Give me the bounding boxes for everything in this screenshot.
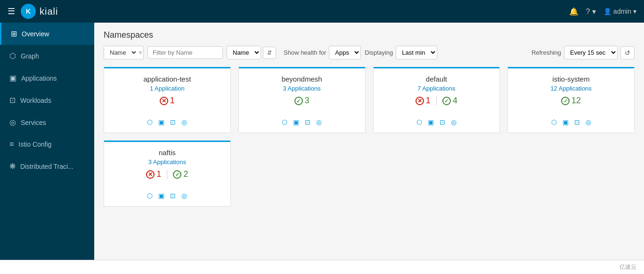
graph-card-icon[interactable]: ⬡ [147,118,153,126]
app-card-icon[interactable]: ▣ [293,118,299,126]
error-count: 1 [426,96,431,106]
namespace-action-icons: ⬡ ▣ ⊡ ◎ [551,118,591,126]
sidebar-item-distributed-tracing[interactable]: ❋ Distributed Traci... [0,155,94,177]
namespace-apps-link[interactable]: 3 Applications [283,85,321,92]
refreshing-label: Refreshing [531,49,561,56]
health-ok-item: ✓ 3 [294,96,310,106]
namespace-apps-link[interactable]: 3 Applications [148,158,186,166]
namespace-health: ✓ 3 [294,96,310,106]
health-ok-item: ✓ 4 [442,96,457,106]
namespace-apps-link[interactable]: 1 Application [150,85,185,92]
hamburger-icon[interactable]: ☰ [8,6,15,17]
filter-by-name-input[interactable] [147,46,223,59]
graph-card-icon[interactable]: ⬡ [551,118,557,126]
workload-card-icon[interactable]: ⊡ [574,118,580,126]
namespace-name: istio-system [553,75,590,83]
kiali-logo-icon: K [21,4,36,19]
health-label: Show health for [284,49,326,56]
sidebar-item-overview[interactable]: ⊞ Overview [0,23,94,45]
app-card-icon[interactable]: ▣ [562,118,569,126]
page-header: Namespaces [104,30,635,40]
sidebar-item-applications[interactable]: ▣ Applications [0,67,94,89]
namespace-name: naftis [159,149,176,157]
sidebar-item-label: Applications [21,75,57,82]
refresh-group: Refreshing Every 15 sec ↺ [531,46,635,59]
service-card-icon[interactable]: ◎ [316,118,322,126]
sidebar-item-istio-config[interactable]: ≡ Istio Config [0,133,94,155]
namespace-action-icons: ⬡ ▣ ⊡ ◎ [147,192,187,199]
ok-circle-icon: ✓ [294,97,303,105]
sidebar-item-label: Graph [21,52,39,60]
namespace-health: ✕ 1 ✓ 2 [146,169,188,179]
health-divider [167,170,167,179]
displaying-select[interactable]: Last min [396,46,437,59]
workloads-nav-icon: ⊡ [9,96,16,105]
namespace-name: beyondmesh [282,75,322,83]
displaying-group: Displaying Last min [365,46,437,59]
namespace-card-naftis: naftis 3 Applications ✕ 1 ✓ 2 ⬡ ▣ [104,141,231,207]
services-nav-icon: ◎ [9,118,16,127]
bottom-bar: 亿速云 [0,260,644,274]
user-caret: ▾ [633,8,636,15]
health-ok-item: ✓ 2 [173,169,188,179]
namespace-name: default [426,75,447,83]
namespace-apps-link[interactable]: 7 Applications [417,85,455,92]
displaying-label: Displaying [365,49,393,56]
error-count: 1 [170,96,175,106]
workload-card-icon[interactable]: ⊡ [170,118,176,126]
sidebar-item-workloads[interactable]: ⊡ Workloads [0,89,94,111]
namespace-health: ✕ 1 ✓ 4 [416,96,457,106]
refresh-button[interactable]: ↺ [620,46,635,59]
page-title: Namespaces [104,30,635,40]
tracing-nav-icon: ❋ [9,162,16,171]
workload-card-icon[interactable]: ⊡ [440,118,445,126]
app-card-icon[interactable]: ▣ [158,192,164,199]
sidebar-item-graph[interactable]: ⬡ Graph [0,45,94,67]
service-card-icon[interactable]: ◎ [586,118,591,126]
workload-card-icon[interactable]: ⊡ [170,192,176,199]
name-filter-select[interactable]: Name [104,46,138,59]
sidebar-item-label: Distributed Traci... [20,163,73,170]
sort-select[interactable]: Name [227,46,261,59]
sidebar-item-services[interactable]: ◎ Services [0,111,94,133]
ok-count: 3 [305,96,310,106]
health-error-item: ✕ 1 [416,96,431,106]
overview-icon: ⊞ [11,29,17,38]
notification-icon[interactable]: 🔔 [569,7,579,16]
ok-count: 2 [183,169,188,179]
navbar: ☰ K kiali 🔔 ? ▾ 👤 admin ▾ [0,0,644,23]
service-card-icon[interactable]: ◎ [181,192,187,199]
graph-card-icon[interactable]: ⬡ [147,192,153,199]
layout: ⊞ Overview ⬡ Graph ▣ Applications ⊡ Work… [0,23,644,260]
service-card-icon[interactable]: ◎ [451,118,457,126]
namespace-cards-row1: application-test 1 Application ✕ 1 ⬡ ▣ ⊡… [104,67,635,133]
service-card-icon[interactable]: ◎ [181,118,187,126]
namespace-action-icons: ⬡ ▣ ⊡ ◎ [282,118,322,126]
graph-card-icon[interactable]: ⬡ [282,118,287,126]
ok-circle-icon: ✓ [442,97,451,105]
logo: K kiali [21,4,58,19]
app-card-icon[interactable]: ▣ [428,118,434,126]
health-for-select[interactable]: Apps [329,46,361,59]
namespace-card-default: default 7 Applications ✕ 1 ✓ 4 ⬡ ▣ [373,67,500,133]
ok-circle-icon: ✓ [561,97,570,105]
sort-direction-button[interactable]: ⇵ [263,47,276,59]
sidebar-item-label: Overview [22,30,49,38]
ok-count: 4 [453,96,457,106]
bottom-brand: 亿速云 [620,263,636,271]
logo-text: kiali [40,6,58,17]
workload-card-icon[interactable]: ⊡ [305,118,310,126]
ok-circle-icon: ✓ [173,170,181,179]
user-menu[interactable]: 👤 admin ▾ [603,8,636,15]
error-circle-icon: ✕ [160,97,168,105]
help-icon[interactable]: ? ▾ [586,7,596,16]
health-divider [436,96,437,106]
error-circle-icon: ✕ [146,170,155,179]
namespace-card-application-test: application-test 1 Application ✕ 1 ⬡ ▣ ⊡… [104,67,231,133]
namespace-apps-link[interactable]: 12 Applications [550,85,591,92]
namespace-name: application-test [143,75,191,83]
app-card-icon[interactable]: ▣ [158,118,164,126]
refresh-interval-select[interactable]: Every 15 sec [564,46,618,59]
graph-card-icon[interactable]: ⬡ [416,118,422,126]
navbar-right: 🔔 ? ▾ 👤 admin ▾ [569,7,636,16]
